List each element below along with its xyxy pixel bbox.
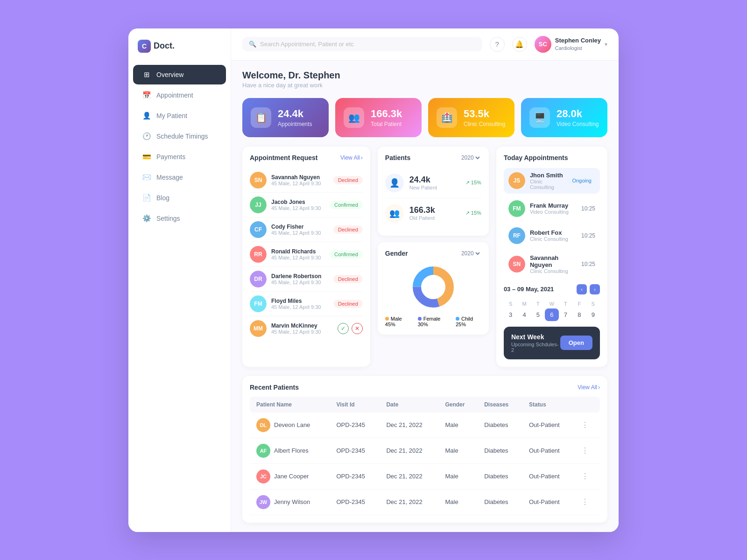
help-icon[interactable]: ? [490, 37, 505, 52]
view-all-patients[interactable]: View All › [578, 384, 600, 391]
panel-title: Appointment Request [250, 154, 317, 161]
stat-label-2: Clinic Consulting [464, 121, 505, 127]
appt-detail: 45 Male, 12 April 9:30 [271, 230, 329, 236]
view-all-appointments[interactable]: View All › [340, 154, 363, 161]
sidebar-item-my-patient[interactable]: 👤 My Patient [133, 106, 226, 126]
cal-next-btn[interactable]: › [590, 284, 600, 294]
sidebar-item-message[interactable]: ✉️ Message [133, 168, 226, 187]
stat-value-2: 53.5k [464, 108, 505, 120]
search-bar[interactable]: 🔍 Search Appointment, Patient or etc [242, 37, 482, 51]
user-profile[interactable]: SC Stephen Conley Cardiologist ▾ [535, 36, 607, 53]
sidebar-item-schedule-timings[interactable]: 🕐 Schedule Timings [133, 126, 226, 146]
sidebar-icon-0: ⊞ [142, 70, 151, 79]
today-appointments-panel: Today Appointments JS Jhon Smith Clinic … [496, 147, 607, 367]
user-info: Stephen Conley Cardiologist [555, 37, 601, 51]
appt-avatar-img: SN [250, 172, 267, 189]
appointment-item: RR Ronald Richards 45 Male, 12 April 9:3… [250, 242, 363, 267]
patients-gender-col: Patients 2020 👤 24.4k New Patient ↗ 1 [378, 147, 489, 367]
appt-name: Marvin McKinney [271, 322, 333, 329]
col-diseases: Diseases [478, 397, 522, 413]
visit-date: Dec 21, 2022 [380, 413, 438, 438]
svg-point-3 [424, 278, 443, 296]
next-week-card: Next Week Upcoming Schdules-2 Open [504, 327, 600, 359]
stat-text-0: 24.4k Appointments [278, 108, 312, 127]
appt-name: Floyd Miles [271, 298, 329, 304]
appt-avatar-img: CF [250, 221, 267, 238]
old-patient-trend: ↗ 15% [465, 210, 481, 216]
dots-menu-icon[interactable]: ⋮ [581, 421, 589, 429]
appointment-item: JJ Jacob Jones 45 Male, 12 April 9:30 Co… [250, 193, 363, 217]
confirmed-badge: Confirmed [330, 201, 363, 209]
check-btn[interactable]: ✓ [338, 323, 349, 334]
stat-text-1: 166.3k Total Patient [371, 108, 402, 127]
row-menu[interactable]: ⋮ [575, 413, 600, 438]
donut-chart [385, 264, 481, 310]
topbar-actions: ? 🔔 SC Stephen Conley Cardiologist ▾ [490, 36, 607, 53]
sidebar-item-payments[interactable]: 💳 Payments [133, 147, 226, 167]
appt-detail: 45 Male, 12 April 9:30 [271, 181, 329, 186]
today-avatar-img: FM [508, 200, 525, 217]
patient-diseases: Diabetes [478, 489, 522, 515]
new-patient-value: 24.4k [409, 175, 437, 185]
dots-menu-icon[interactable]: ⋮ [581, 447, 589, 455]
patient-diseases: Diabetes [478, 413, 522, 438]
year-select-gender[interactable]: 2020 [459, 250, 481, 257]
appointment-item: SN Savannah Nguyen 45 Male, 12 April 9:3… [250, 168, 363, 193]
appt-avatar-img: FM [250, 295, 267, 312]
day-9[interactable]: 9 [586, 308, 600, 321]
stat-value-0: 24.4k [278, 108, 312, 120]
day-7[interactable]: 7 [559, 308, 572, 321]
patient-status: Out-Patient [522, 438, 575, 463]
row-menu[interactable]: ⋮ [575, 438, 600, 463]
sidebar-item-blog[interactable]: 📄 Blog [133, 188, 226, 208]
patient-name: Jenny Wilson [274, 498, 310, 505]
dots-menu-icon[interactable]: ⋮ [581, 472, 589, 480]
row-menu[interactable]: ⋮ [575, 489, 600, 515]
day-3[interactable]: 3 [504, 308, 517, 321]
stat-value-3: 28.0k [557, 108, 599, 120]
sidebar-icon-5: ✉️ [142, 173, 151, 182]
sidebar-item-settings[interactable]: ⚙️ Settings [133, 209, 226, 228]
day-label-T: T [559, 299, 572, 308]
table-body: DL Deveon Lane OPD-2345 Dec 21, 2022 Mal… [250, 413, 600, 515]
year-select-patients[interactable]: 2020 [459, 154, 481, 161]
patient-diseases: Diabetes [478, 463, 522, 489]
old-patient-label: Old Patient [409, 215, 435, 221]
open-button[interactable]: Open [560, 336, 592, 350]
visit-date: Dec 21, 2022 [380, 438, 438, 463]
stat-label-0: Appointments [278, 121, 312, 127]
sidebar: C Doct. ⊞ Overview📅 Appointment👤 My Pati… [128, 28, 231, 532]
day-label-F: F [572, 299, 586, 308]
sidebar-item-overview[interactable]: ⊞ Overview [133, 65, 226, 84]
day-5[interactable]: 5 [531, 308, 545, 321]
notification-icon[interactable]: 🔔 [512, 37, 527, 52]
appt-detail: 45 Male, 12 April 9:30 [271, 280, 329, 285]
day-4[interactable]: 4 [517, 308, 531, 321]
calendar-days: SMTWTFS3456789 [504, 299, 600, 321]
cal-prev-btn[interactable]: ‹ [577, 284, 587, 294]
calendar-navigation: ‹ › [577, 284, 600, 294]
patient-status: Out-Patient [522, 413, 575, 438]
day-8[interactable]: 8 [572, 308, 586, 321]
next-week-title: Next Week [511, 333, 560, 341]
appt-info: Marvin McKinney 45 Male, 12 April 9:30 [271, 322, 333, 335]
table-header-row: Patient NameVisit IdDateGenderDiseasesSt… [250, 397, 600, 413]
cross-btn[interactable]: ✕ [352, 323, 363, 334]
old-patient-icon: 👥 [385, 204, 404, 223]
day-label-M: M [517, 299, 531, 308]
gender-panel: Gender 2020 [378, 242, 489, 335]
sidebar-icon-3: 🕐 [142, 132, 151, 140]
stat-text-3: 28.0k Video Consulting [557, 108, 599, 127]
row-menu[interactable]: ⋮ [575, 463, 600, 489]
appt-name: Ronald Richards [271, 248, 325, 255]
day-label-W: W [545, 299, 558, 308]
col-date: Date [380, 397, 438, 413]
day-6[interactable]: 6 [545, 308, 558, 321]
dots-menu-icon[interactable]: ⋮ [581, 498, 589, 506]
sidebar-item-appointment[interactable]: 📅 Appointment [133, 85, 226, 105]
col-gender: Gender [438, 397, 478, 413]
stat-label-1: Total Patient [371, 121, 402, 127]
calendar-header: 03 – 09 May, 2021 ‹ › [504, 284, 600, 294]
day-label-S: S [586, 299, 600, 308]
sidebar-label-4: Payments [156, 153, 185, 161]
